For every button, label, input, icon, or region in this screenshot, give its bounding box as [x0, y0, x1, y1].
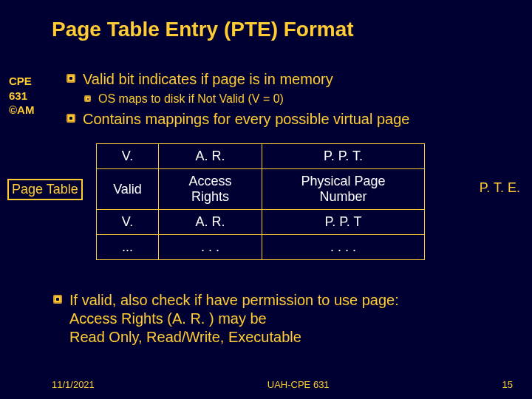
cell: . . .	[159, 235, 262, 260]
cell: A. R.	[159, 144, 262, 169]
footer-page: 15	[502, 379, 513, 390]
cell: P. P. T.	[262, 144, 425, 169]
ring-icon	[66, 74, 75, 83]
page-table-label: Page Table	[7, 179, 83, 200]
pte-table: V. A. R. P. P. T. Valid Access Rights Ph…	[96, 143, 425, 260]
bullet-1-text: Valid bit indicates if page is in memory	[83, 70, 333, 88]
bullet-1-sub-text: OS maps to disk if Not Valid (V = 0)	[98, 92, 284, 106]
cell: A. R.	[159, 210, 262, 235]
pte-label: P. T. E.	[480, 180, 520, 196]
cell: Physical Page Number	[262, 169, 425, 210]
footer: 11/1/2021 UAH-CPE 631 15	[0, 379, 532, 390]
ring-icon	[66, 114, 75, 123]
bullet-2: Contains mappings for every possible vir…	[66, 110, 510, 128]
bullet-3-text: If valid, also check if have permission …	[69, 291, 399, 347]
sidebar-course-label: CPE 631 ©AM	[9, 74, 34, 117]
cell: V.	[97, 210, 159, 235]
cell: ...	[97, 235, 159, 260]
cell: V.	[97, 144, 159, 169]
bullet-1-sub: OS maps to disk if Not Valid (V = 0)	[66, 92, 510, 106]
bullet-3: If valid, also check if have permission …	[53, 291, 511, 347]
cell: Valid	[97, 169, 159, 210]
bullet-1: Valid bit indicates if page is in memory	[66, 70, 510, 88]
cell: . . . .	[262, 235, 425, 260]
footer-center: UAH-CPE 631	[267, 379, 330, 390]
footer-date: 11/1/2021	[52, 379, 95, 390]
slide-title: Page Table Entry (PTE) Format	[0, 0, 532, 50]
bullet-2-text: Contains mappings for every possible vir…	[83, 110, 409, 128]
content-area: Valid bit indicates if page is in memory…	[66, 70, 510, 132]
cell: P. P. T	[262, 210, 425, 235]
cell: Access Rights	[159, 169, 262, 210]
ring-icon	[53, 295, 62, 304]
ring-icon	[84, 95, 91, 102]
